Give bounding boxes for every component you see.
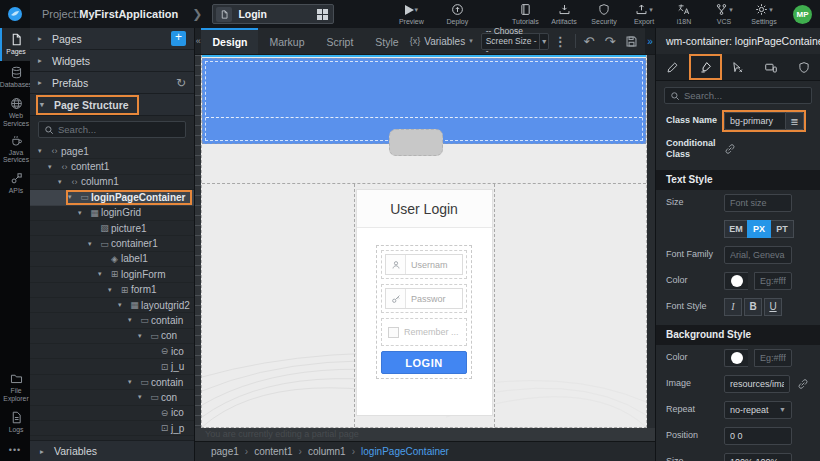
structure-search-input[interactable]: [58, 124, 180, 135]
tab-security[interactable]: [787, 54, 820, 80]
page-tab-login[interactable]: Login: [212, 4, 334, 24]
tree-item-password-input[interactable]: ⊡j_p: [30, 421, 194, 436]
section-variables[interactable]: ▸ Variables: [30, 440, 194, 461]
picture-placeholder-widget[interactable]: [389, 129, 443, 156]
tab-properties[interactable]: [656, 54, 689, 80]
tree-item-column1[interactable]: ▾‹›column1: [30, 175, 194, 190]
section-pages[interactable]: ▸ Pages +: [30, 28, 194, 50]
canvas-page[interactable]: User Login Usernam: [201, 55, 647, 428]
remember-checkbox[interactable]: [388, 327, 399, 338]
username-form-group[interactable]: Usernam: [381, 250, 467, 279]
unit-pt-button[interactable]: PT: [770, 220, 794, 238]
grid-view-icon[interactable]: [317, 9, 328, 20]
tab-script[interactable]: Script: [316, 28, 365, 54]
caret-down-icon[interactable]: ▾: [58, 178, 68, 186]
login-form-widget[interactable]: Usernam Passwor: [376, 245, 472, 379]
tree-item-container[interactable]: ▾▭con: [30, 329, 194, 344]
tab-style[interactable]: Style: [364, 28, 409, 54]
font-family-input[interactable]: [724, 246, 792, 264]
breadcrumb-column1[interactable]: column1: [308, 446, 355, 457]
rail-item-pages[interactable]: Pages: [0, 28, 30, 61]
tree-item-picture1[interactable]: ▧picture1: [30, 221, 194, 236]
breadcrumb-loginPageContainer[interactable]: loginPageContainer: [361, 446, 449, 457]
tree-item-page1[interactable]: ▾‹›page1: [30, 144, 194, 159]
caret-down-icon[interactable]: ▾: [48, 163, 58, 171]
settings-button[interactable]: ▾ Settings: [749, 3, 779, 25]
tree-item-username-input[interactable]: ⊡j_u: [30, 359, 194, 374]
breadcrumb-page1[interactable]: page1: [211, 446, 248, 457]
tree-item-container[interactable]: ▾▭contain: [30, 313, 194, 328]
login-card-widget[interactable]: User Login Usernam: [356, 189, 493, 416]
login-card-title[interactable]: User Login: [357, 190, 492, 228]
artifacts-button[interactable]: Artifacts: [549, 3, 579, 25]
tree-item-container[interactable]: ▾▭con: [30, 390, 194, 405]
canvas-scrollbar[interactable]: [647, 55, 655, 428]
tab-styles[interactable]: [689, 54, 722, 80]
grid-column-right[interactable]: [495, 184, 647, 427]
section-widgets[interactable]: ▸ Widgets: [30, 50, 194, 72]
font-size-input[interactable]: [724, 194, 792, 212]
tab-events[interactable]: [722, 54, 755, 80]
tree-item-container[interactable]: ▾▭contain: [30, 375, 194, 390]
underline-button[interactable]: U: [764, 298, 782, 316]
section-page-structure[interactable]: ▾ Page Structure: [30, 94, 194, 116]
undo-button[interactable]: ↶: [578, 34, 599, 49]
redo-button[interactable]: ↷: [599, 34, 620, 49]
unit-px-button[interactable]: PX: [747, 220, 771, 238]
bg-repeat-select[interactable]: no-repeat ▼: [724, 401, 792, 419]
preview-button[interactable]: ▾ Preview: [396, 3, 426, 25]
tab-design[interactable]: Design: [201, 28, 258, 54]
password-field[interactable]: Passwor: [385, 288, 463, 309]
tree-item-form1[interactable]: ▾⊞form1: [30, 283, 194, 298]
security-button[interactable]: Security: [589, 3, 619, 25]
rail-item-web-services[interactable]: Web Services: [0, 94, 30, 131]
caret-down-icon[interactable]: ▾: [68, 193, 78, 201]
caret-down-icon[interactable]: ▾: [78, 209, 88, 217]
bg-color-swatch[interactable]: [724, 349, 748, 367]
rail-item-file-explorer[interactable]: File Explorer: [0, 369, 30, 406]
caret-down-icon[interactable]: ▾: [128, 378, 138, 386]
caret-down-icon[interactable]: ▾: [98, 270, 108, 278]
text-style-section-header[interactable]: Text Style: [656, 170, 820, 190]
login-button[interactable]: LOGIN: [381, 351, 467, 374]
wavemaker-logo[interactable]: [0, 0, 30, 28]
tree-item-icon[interactable]: ⊖ico: [30, 344, 194, 359]
username-field[interactable]: Usernam: [385, 254, 463, 275]
caret-down-icon[interactable]: ▾: [138, 332, 148, 340]
deploy-button[interactable]: Deploy: [442, 3, 472, 25]
caret-down-icon[interactable]: ▾: [118, 301, 128, 309]
structure-search[interactable]: [38, 121, 186, 138]
tree-item-loginForm[interactable]: ▾⊞loginForm: [30, 267, 194, 282]
more-menu-button[interactable]: ⋮: [549, 34, 572, 49]
caret-down-icon[interactable]: ▾: [88, 240, 98, 248]
caret-down-icon[interactable]: ▾: [128, 316, 138, 324]
rail-item-databases[interactable]: Databases: [0, 61, 30, 94]
vcs-button[interactable]: ▾ VCS: [709, 3, 739, 25]
italic-button[interactable]: I: [724, 298, 742, 316]
bind-link-icon[interactable]: [796, 378, 810, 390]
class-name-input[interactable]: [724, 112, 786, 130]
tab-devices[interactable]: [754, 54, 787, 80]
more-options-icon[interactable]: •••: [0, 439, 30, 461]
bold-button[interactable]: B: [744, 298, 762, 316]
i18n-button[interactable]: i18N: [669, 3, 699, 25]
text-color-input[interactable]: [754, 272, 792, 290]
tree-item-loginPageContainer[interactable]: ▾▭loginPageContainer: [30, 190, 194, 205]
password-form-group[interactable]: Passwor: [381, 284, 467, 313]
variables-button[interactable]: {x} Variables ▾: [410, 28, 473, 54]
save-button[interactable]: [620, 35, 643, 48]
tree-item-label1[interactable]: ◈label1: [30, 252, 194, 267]
breadcrumb-content1[interactable]: content1: [254, 446, 302, 457]
tree-item-layoutgrid2[interactable]: ▾▦layoutgrid2: [30, 298, 194, 313]
refresh-icon[interactable]: ↻: [176, 76, 186, 90]
background-style-section-header[interactable]: Background Style: [656, 325, 820, 345]
class-list-icon[interactable]: ≣: [786, 112, 804, 130]
tab-markup[interactable]: Markup: [258, 28, 315, 54]
grid-column-left[interactable]: [202, 184, 354, 427]
text-color-swatch[interactable]: [724, 272, 748, 290]
remember-form-group[interactable]: Remember ...: [381, 318, 467, 346]
caret-down-icon[interactable]: ▾: [138, 393, 148, 401]
tree-item-icon[interactable]: ⊖ico: [30, 406, 194, 421]
bg-image-input[interactable]: [724, 375, 790, 393]
rail-item-logs[interactable]: Logs: [0, 406, 30, 439]
